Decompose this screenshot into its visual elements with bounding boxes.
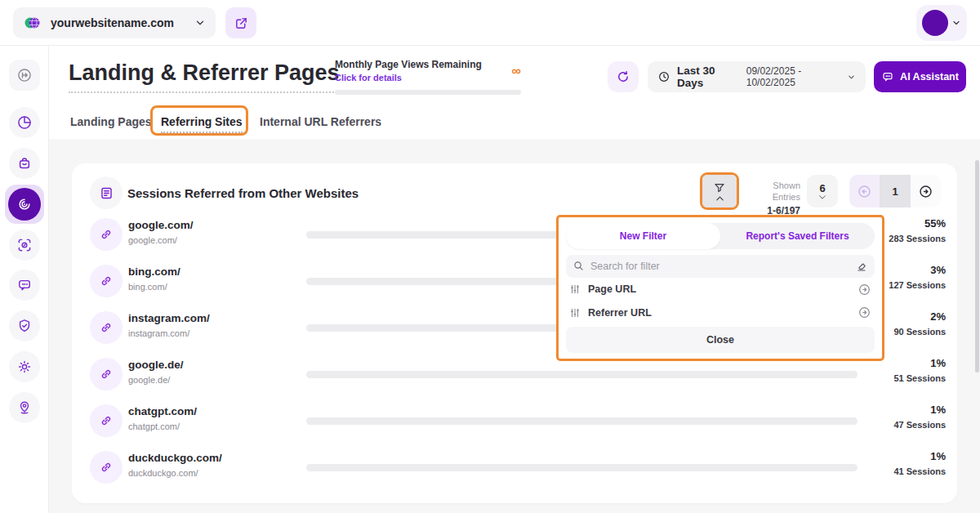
external-link-icon xyxy=(234,16,248,30)
website-name: yourwebsitename.com xyxy=(51,16,194,29)
quota-details-link[interactable]: Click for details xyxy=(335,73,521,83)
referrer-row[interactable]: duckduckgo.com/ duckduckgo.com/ 1% 41 Se… xyxy=(72,448,957,487)
referrer-name: google.com/ xyxy=(128,219,194,231)
session-bar xyxy=(306,464,858,471)
shown-entries: Shown Entries 1-6/197 xyxy=(746,180,800,216)
pie-chart-icon xyxy=(16,114,33,131)
session-count: 127 Sessions xyxy=(889,280,946,290)
link-icon xyxy=(90,404,122,437)
link-icon xyxy=(90,451,122,484)
referrer-url: google.de/ xyxy=(128,375,170,385)
sidebar xyxy=(0,46,49,513)
location-pin-icon xyxy=(16,399,33,416)
referrer-name: bing.com/ xyxy=(128,265,180,278)
sidebar-item-settings[interactable] xyxy=(9,351,40,382)
sidebar-item-location[interactable] xyxy=(9,392,40,423)
session-bar xyxy=(306,417,858,425)
ai-assistant-button[interactable]: AI Assistant xyxy=(874,61,966,92)
filter-search[interactable] xyxy=(566,255,875,278)
quota-widget: Monthly Page Views Remaining Click for d… xyxy=(335,59,521,95)
page-size-value: 6 xyxy=(819,182,825,194)
session-count: 47 Sessions xyxy=(893,420,946,430)
session-count: 90 Sessions xyxy=(893,327,946,337)
adjust-sliders-icon xyxy=(569,283,581,295)
session-percent: 1% xyxy=(930,450,946,462)
page-title: Landing & Referrer Pages xyxy=(69,60,340,93)
filter-option-label: Referrer URL xyxy=(588,307,850,319)
filter-popup: New Filter Report's Saved Filters Page U… xyxy=(556,215,884,361)
current-page: 1 xyxy=(880,175,910,207)
website-selector[interactable]: yourwebsitename.com xyxy=(13,7,216,38)
session-bar xyxy=(306,371,858,378)
open-website-button[interactable] xyxy=(225,7,256,38)
session-percent: 1% xyxy=(930,404,946,416)
filter-button[interactable] xyxy=(702,175,737,207)
arrow-right-circle-icon xyxy=(858,306,871,319)
link-icon xyxy=(90,358,122,390)
date-range-value: 09/02/2025 - 10/02/2025 xyxy=(746,65,840,88)
refresh-button[interactable] xyxy=(608,61,639,92)
referrer-name: instagram.com/ xyxy=(128,312,210,324)
session-count: 51 Sessions xyxy=(893,373,946,383)
quota-progress-bar xyxy=(335,90,521,95)
filter-option-referrer-url[interactable]: Referrer URL xyxy=(566,301,875,324)
quota-label: Monthly Page Views Remaining xyxy=(335,59,521,70)
avatar xyxy=(922,10,948,36)
referrer-row[interactable]: chatgpt.com/ chatgpt.com/ 1% 47 Sessions xyxy=(72,401,957,440)
adjust-sliders-icon xyxy=(569,307,581,319)
filter-search-input[interactable] xyxy=(590,261,849,272)
filter-option-label: Page URL xyxy=(588,283,850,295)
link-icon xyxy=(90,265,122,297)
tab-internal-url-referrers[interactable]: Internal URL Referrers xyxy=(260,115,381,128)
report-icon xyxy=(90,176,122,209)
page-size-selector[interactable]: 6 xyxy=(807,175,838,207)
sidebar-item-snapshot[interactable] xyxy=(9,230,40,261)
sidebar-item-overview[interactable] xyxy=(9,107,40,138)
arrow-left-circle-icon xyxy=(857,184,872,199)
card-title: Sessions Referred from Other Websites xyxy=(127,186,359,200)
referrer-url: bing.com/ xyxy=(128,282,167,292)
website-globe-icon xyxy=(23,13,42,33)
funnel-icon xyxy=(713,181,726,194)
infinity-value: ∞ xyxy=(512,64,521,78)
annotation-box-filter xyxy=(700,172,739,210)
saved-filters-tab[interactable]: Report's Saved Filters xyxy=(720,223,875,249)
arrow-right-circle-icon xyxy=(918,184,933,199)
arrow-right-circle-icon xyxy=(858,283,871,297)
chat-bubble-icon xyxy=(16,277,33,293)
pagination: 1 xyxy=(849,175,941,207)
sidebar-item-chat[interactable] xyxy=(9,270,40,301)
refresh-icon xyxy=(616,69,630,84)
referrer-name: chatgpt.com/ xyxy=(128,405,197,417)
new-filter-tab[interactable]: New Filter xyxy=(566,223,720,249)
annotation-box-referring-sites xyxy=(150,105,248,136)
ai-assistant-label: AI Assistant xyxy=(900,71,959,83)
eraser-icon xyxy=(855,260,868,273)
tab-landing-pages[interactable]: Landing Pages xyxy=(70,115,152,128)
bag-icon xyxy=(16,155,33,172)
sidebar-item-expand[interactable] xyxy=(9,60,40,91)
session-percent: 2% xyxy=(930,310,946,323)
next-page-button[interactable] xyxy=(911,175,941,207)
session-percent: 3% xyxy=(930,264,946,276)
user-menu[interactable] xyxy=(916,5,967,41)
close-filter-button[interactable]: Close xyxy=(566,327,875,353)
referrer-url: chatgpt.com/ xyxy=(128,422,180,431)
sidebar-item-referrers-active[interactable] xyxy=(5,185,44,224)
date-range-picker[interactable]: Last 30 Days 09/02/2025 - 10/02/2025 xyxy=(648,61,866,92)
chevron-down-icon xyxy=(847,73,856,82)
session-count: 41 Sessions xyxy=(893,466,946,476)
referrer-url: duckduckgo.com/ xyxy=(128,468,198,478)
sidebar-item-commerce[interactable] xyxy=(9,148,40,179)
session-percent: 55% xyxy=(924,217,946,230)
referrer-name: google.de/ xyxy=(128,359,184,371)
previous-page-button[interactable] xyxy=(849,175,880,207)
chevron-down-icon xyxy=(818,194,826,200)
filter-option-page-url[interactable]: Page URL xyxy=(566,278,875,301)
scrollbar[interactable] xyxy=(975,160,979,372)
session-percent: 1% xyxy=(930,357,946,369)
clock-icon xyxy=(657,70,670,83)
sidebar-item-security[interactable] xyxy=(9,310,40,341)
filter-popup-tabs: New Filter Report's Saved Filters xyxy=(566,223,875,249)
expand-panel-icon xyxy=(16,67,33,83)
